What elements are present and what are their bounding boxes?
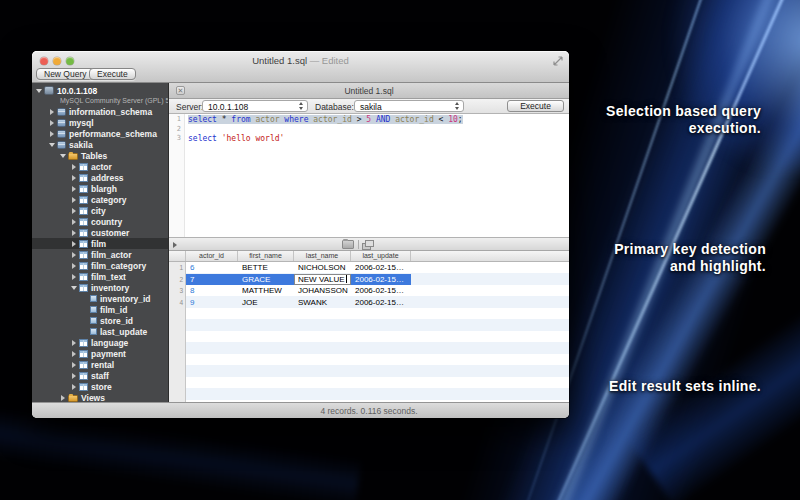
disclosure-closed-icon[interactable] [70, 251, 79, 259]
disclosure-open-icon[interactable] [59, 152, 68, 160]
sidebar-item-label: inventory [91, 283, 129, 293]
sidebar-item-sakila[interactable]: sakila [32, 139, 168, 150]
cell-last_name[interactable]: SWANK [294, 297, 351, 309]
row-number: 1 [169, 262, 186, 274]
disclosure-closed-icon[interactable] [70, 218, 79, 226]
table-row[interactable]: 16BETTENICHOLSON2006-02-15… [169, 262, 569, 274]
sidebar-item-Views[interactable]: Views [32, 392, 168, 402]
disclosure-closed-icon[interactable] [70, 372, 79, 380]
cell-last_update[interactable]: 2006-02-15… [351, 297, 411, 309]
sidebar-item-staff[interactable]: staff [32, 370, 168, 381]
sql-token: where [284, 115, 313, 124]
cell-actor-id[interactable]: 7 [186, 274, 238, 286]
disclosure-closed-icon[interactable] [48, 108, 57, 116]
sidebar-item-film_id[interactable]: film_id [32, 304, 168, 315]
disclosure-closed-icon[interactable] [59, 394, 68, 402]
disclosure-closed-icon[interactable] [70, 207, 79, 215]
disclosure-closed-icon[interactable] [70, 163, 79, 171]
disclosure-closed-icon[interactable] [70, 350, 79, 358]
edited-indicator: — Edited [307, 55, 349, 66]
sidebar-item-country[interactable]: country [32, 216, 168, 227]
sidebar-item-mysql[interactable]: mysql [32, 117, 168, 128]
column-header-actor_id[interactable]: actor_id [186, 251, 238, 261]
disclosure-closed-icon[interactable] [48, 130, 57, 138]
editor-line: select * from actor where actor_id > 5 A… [188, 115, 569, 125]
disclosure-open-icon[interactable] [70, 284, 79, 292]
sidebar-item-label: inventory_id [100, 294, 151, 304]
cell-actor-id[interactable]: 9 [186, 297, 238, 309]
disclosure-closed-icon[interactable] [70, 229, 79, 237]
toolbar-execute-button[interactable]: Execute [89, 68, 136, 80]
sidebar-item-address[interactable]: address [32, 172, 168, 183]
sidebar-server-row[interactable]: 10.0.1.108 MySQL Community Server (GPL) … [32, 83, 168, 106]
table-row[interactable]: 38MATTHEWJOHANSSON2006-02-15… [169, 285, 569, 297]
sidebar-item-store[interactable]: store [32, 381, 168, 392]
disclosure-closed-icon[interactable] [70, 240, 79, 248]
editor-line [188, 125, 569, 135]
disclosure-open-icon[interactable] [35, 87, 44, 95]
table-row[interactable]: 27GRACENEW VALUE2006-02-15… [169, 274, 569, 286]
sidebar-item-rental[interactable]: rental [32, 359, 168, 370]
cell-first_name[interactable]: BETTE [238, 262, 294, 274]
cell-first_name[interactable]: MATTHEW [238, 285, 294, 297]
title-bar[interactable]: Untitled 1.sql — Edited New Query Execut… [32, 51, 569, 83]
layers-icon[interactable] [362, 240, 374, 249]
sidebar-item-film[interactable]: film [32, 238, 168, 249]
database-select[interactable]: sakila [354, 100, 464, 112]
sidebar-item-performance_schema[interactable]: performance_schema [32, 128, 168, 139]
disclosure-closed-icon[interactable] [70, 339, 79, 347]
sidebar-item-payment[interactable]: payment [32, 348, 168, 359]
sidebar-item-inventory[interactable]: inventory [32, 282, 168, 293]
disclosure-closed-icon[interactable] [70, 174, 79, 182]
disclosure-closed-icon[interactable] [70, 185, 79, 193]
sidebar-item-blargh[interactable]: blargh [32, 183, 168, 194]
cell-last_update[interactable]: 2006-02-15… [351, 262, 411, 274]
disclosure-open-icon[interactable] [48, 141, 57, 149]
window-title: Untitled 1.sql — Edited [32, 55, 569, 66]
cell-first_name[interactable]: GRACE [238, 274, 294, 286]
cell-last_update[interactable]: 2006-02-15… [351, 285, 411, 297]
sidebar-item-label: city [91, 206, 106, 216]
disclosure-closed-icon[interactable] [70, 361, 79, 369]
cell-last_name[interactable]: JOHANSSON [294, 285, 351, 297]
table-icon [79, 262, 88, 270]
sidebar-item-city[interactable]: city [32, 205, 168, 216]
folder-icon[interactable] [342, 240, 354, 249]
sidebar-item-film_category[interactable]: film_category [32, 260, 168, 271]
cell-first_name[interactable]: JOE [238, 297, 294, 309]
sidebar-item-category[interactable]: category [32, 194, 168, 205]
new-query-button[interactable]: New Query [36, 68, 95, 80]
sidebar-item-customer[interactable]: customer [32, 227, 168, 238]
table-row[interactable]: 49JOESWANK2006-02-15… [169, 297, 569, 309]
cell-last_name[interactable]: NICHOLSON [294, 262, 351, 274]
execute-button[interactable]: Execute [507, 100, 564, 112]
cell-last_update[interactable]: 2006-02-15… [351, 274, 411, 286]
disclosure-closed-icon[interactable] [70, 273, 79, 281]
sql-editor[interactable]: 123 select * from actor where actor_id >… [169, 114, 569, 237]
sidebar-item-Tables[interactable]: Tables [32, 150, 168, 161]
feature-caption: Edit result sets inline. [609, 378, 761, 395]
cell-actor-id[interactable]: 6 [186, 262, 238, 274]
sidebar-item-language[interactable]: language [32, 337, 168, 348]
resize-icon[interactable] [553, 56, 563, 66]
sidebar-item-store_id[interactable]: store_id [32, 315, 168, 326]
cell-last_name[interactable]: NEW VALUE [294, 274, 351, 286]
disclosure-closed-icon[interactable] [48, 119, 57, 127]
database-icon [57, 108, 66, 116]
disclosure-closed-icon[interactable] [70, 196, 79, 204]
sidebar-item-film_text[interactable]: film_text [32, 271, 168, 282]
disclosure-play-icon[interactable] [173, 242, 177, 248]
table-icon [79, 185, 88, 193]
column-header-last_update[interactable]: last_update [351, 251, 411, 261]
sidebar-item-actor[interactable]: actor [32, 161, 168, 172]
sidebar-item-film_actor[interactable]: film_actor [32, 249, 168, 260]
column-header-first_name[interactable]: first_name [238, 251, 294, 261]
disclosure-closed-icon[interactable] [70, 262, 79, 270]
sidebar-item-inventory_id[interactable]: inventory_id [32, 293, 168, 304]
sidebar-item-information_schema[interactable]: information_schema [32, 106, 168, 117]
disclosure-closed-icon[interactable] [70, 383, 79, 391]
column-header-last_name[interactable]: last_name [294, 251, 351, 261]
sidebar-item-last_update[interactable]: last_update [32, 326, 168, 337]
server-select[interactable]: 10.0.1.108 [202, 100, 308, 112]
cell-actor-id[interactable]: 8 [186, 285, 238, 297]
